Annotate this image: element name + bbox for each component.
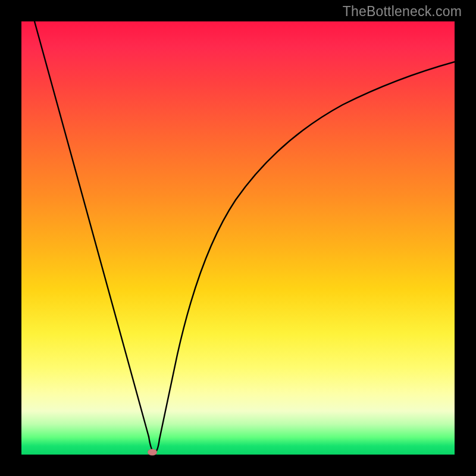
watermark-text: TheBottleneck.com (343, 4, 462, 20)
curve-layer (21, 21, 455, 455)
minimum-marker (148, 449, 157, 456)
curve-left (35, 21, 149, 437)
curve-right (159, 62, 455, 439)
chart-frame: TheBottleneck.com (0, 0, 476, 476)
plot-area (21, 21, 455, 455)
